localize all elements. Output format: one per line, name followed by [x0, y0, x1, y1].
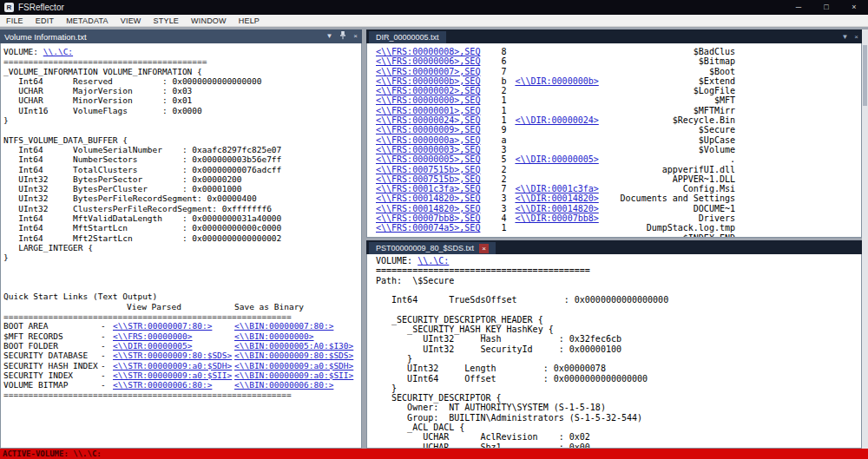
file-name: $UpCase	[699, 135, 735, 145]
menu-item[interactable]: EDIT	[30, 16, 60, 25]
frs-link[interactable]: <\\FRS:00007bb8>,SEQ	[376, 213, 480, 223]
sequence-number: 1	[480, 95, 506, 105]
dir-link[interactable]: <\\DIR:00000005>	[515, 154, 598, 164]
save-binary-link[interactable]: <\\BIN:00000009:80:$SDS>	[234, 351, 353, 360]
frs-link[interactable]: <\\FRS:00000008>,SEQ	[376, 47, 480, 56]
dir-link[interactable]: <\\DIR:00014820>	[515, 204, 598, 213]
view-parsed-link[interactable]: <\\STR:00000009:a0:$SII>	[113, 370, 232, 380]
dir-row: <\\FRS:00000009>,SEQ 9 $Secure	[376, 125, 735, 134]
sds-line: _SECURITY_DESCRIPTOR_HEADER {	[376, 315, 861, 325]
frs-link[interactable]: <\\FRS:0000000a>,SEQ	[376, 135, 480, 145]
menu-item[interactable]: HELP	[233, 16, 266, 25]
file-name: $Secure	[699, 125, 735, 134]
dash: -	[101, 331, 113, 341]
dash: -	[101, 380, 113, 390]
view-parsed-link[interactable]: <\\STR:00000007:80:>	[113, 321, 212, 331]
view-parsed-link[interactable]: <\\STR:00000006:80:>	[113, 380, 212, 390]
sequence-number: 3	[480, 204, 506, 213]
frs-link[interactable]: <\\FRS:0007515b>,SEQ	[376, 174, 480, 184]
file-name: $BadClus	[694, 47, 735, 56]
volume-link[interactable]: \\.\C:	[43, 47, 73, 56]
tabstrip-controls: ▼ ×	[841, 33, 862, 43]
frs-link[interactable]: <\\FRS:0007515b>,SEQ	[376, 165, 480, 174]
sds-line	[376, 285, 861, 295]
menu-bar: FILEEDITMETADATAVIEWSTYLEWINDOWHELP	[0, 15, 868, 27]
frs-link[interactable]: <\\FRS:0000000b>,SEQ	[376, 76, 480, 86]
menu-item[interactable]: WINDOW	[185, 16, 233, 25]
dir-row: <\\FRS:00000002>,SEQ 2 $LogFile	[376, 86, 735, 95]
close-icon[interactable]: ×	[840, 0, 868, 15]
info-line: Int64 MftValidDataLength : 0x0000000031a…	[3, 213, 361, 223]
minimize-icon[interactable]: ─	[785, 0, 812, 15]
frs-link[interactable]: <\\FRS:00000024>,SEQ	[376, 115, 480, 125]
tab-pst00000009-80-sds[interactable]: PST00000009_80_$SDS.txt ×	[369, 242, 496, 254]
tab-dir-00000005[interactable]: DIR_00000005.txt	[369, 31, 446, 43]
save-binary-link[interactable]: <\\BIN:00000005:A0:$I30>	[234, 341, 353, 351]
file-name: Drivers	[699, 213, 735, 223]
sds-line: Owner: NT AUTHORITY\SYSTEM (S-1-5-18)	[376, 403, 861, 412]
info-line	[3, 263, 361, 272]
dash: -	[101, 370, 113, 380]
dir-link[interactable]: <\\DIR:0000000b>	[515, 76, 598, 86]
menu-item[interactable]: METADATA	[60, 16, 115, 25]
tab-close-icon[interactable]: ×	[479, 244, 489, 253]
menu-item[interactable]: VIEW	[115, 16, 148, 25]
maximize-icon[interactable]: □	[812, 0, 840, 15]
dir-link[interactable]: <\\DIR:00014820>	[515, 193, 598, 203]
sds-line: _SECURITY_HASH_KEY HashKey {	[376, 325, 861, 334]
frs-link[interactable]: <\\FRS:00000000>,SEQ	[376, 95, 480, 105]
frs-link[interactable]: <\\FRS:0001c3fa>,SEQ	[376, 184, 480, 193]
dir-row: <\\FRS:0000000b>,SEQ b <\\DIR:0000000b> …	[376, 76, 735, 86]
file-name: $Extend	[699, 76, 735, 86]
file-name: $Bitmap	[699, 56, 735, 66]
sequence-number: 2	[480, 86, 506, 95]
close-icon[interactable]: ×	[353, 33, 358, 40]
view-parsed-link[interactable]: <\\STR:00000009:a0:$SDH>	[113, 361, 232, 370]
view-parsed-link[interactable]: <\\DIR:00000005>	[113, 341, 193, 351]
frs-link[interactable]: <\\FRS:00000003>,SEQ	[376, 145, 480, 154]
sequence-number: 2	[480, 165, 506, 174]
chevron-down-icon[interactable]: ▼	[326, 33, 332, 40]
frs-link[interactable]: <\\FRS:00000009>,SEQ	[376, 125, 480, 134]
sequence-number: 1	[480, 223, 506, 233]
dir-row: <\\FRS:000074a5>,SEQ 1 DumpStack.log.tmp	[376, 223, 735, 233]
menu-item[interactable]: STYLE	[148, 16, 186, 25]
dir-link[interactable]: <\\DIR:00007bb8>	[515, 213, 598, 223]
save-binary-link[interactable]: <\\BIN:00000000>	[234, 331, 314, 341]
dir-link[interactable]: <\\DIR:00000024>	[515, 115, 598, 125]
dir-row: <\\FRS:00000008>,SEQ 8 $BadClus	[376, 47, 735, 56]
sds-line: UCHAR Sbz1 : 0x00	[376, 443, 861, 449]
volume-information-content: VOLUME: \\.\C: =========================…	[0, 43, 362, 449]
save-binary-link[interactable]: <\\BIN:00000006:80:>	[234, 380, 333, 390]
frs-link[interactable]: <\\FRS:00014820>,SEQ	[376, 204, 480, 213]
chevron-down-icon[interactable]: ▼	[841, 33, 848, 41]
sequence-number: b	[480, 76, 506, 86]
frs-link[interactable]: <\\FRS:00000001>,SEQ	[376, 106, 480, 115]
pin-icon[interactable]	[339, 31, 346, 42]
dash: -	[101, 341, 113, 351]
info-line: }	[3, 252, 361, 262]
close-icon[interactable]: ×	[854, 33, 858, 41]
frs-link[interactable]: <\\FRS:00000007>,SEQ	[376, 67, 480, 76]
save-binary-link[interactable]: <\\BIN:00000009:a0:$SII>	[234, 370, 353, 380]
frs-link[interactable]: <\\FRS:00014820>,SEQ	[376, 193, 480, 203]
quick-link-label: BOOT FOLDER	[3, 341, 101, 351]
volume-information-pane-header[interactable]: Volume Information.txt ▼ ×	[0, 30, 362, 43]
dir-link[interactable]: <\\DIR:0001c3fa>	[515, 184, 598, 193]
view-parsed-link[interactable]: <\\FRS:00000000>	[113, 331, 193, 341]
vertical-scrollbar[interactable]	[862, 30, 868, 449]
save-binary-link[interactable]: <\\BIN:00000007:80:>	[234, 321, 333, 331]
volume-link[interactable]: \\.\C:	[418, 256, 449, 266]
dir-row: <\\FRS:0007515b>,SEQ 2 APPVER~1.DLL	[376, 174, 735, 184]
separator-line: ========================================…	[3, 390, 361, 399]
frs-link[interactable]: <\\FRS:00000002>,SEQ	[376, 86, 480, 95]
view-parsed-link[interactable]: <\\STR:00000009:80:$SDS>	[113, 351, 232, 360]
frs-link[interactable]: <\\FRS:00000006>,SEQ	[376, 56, 480, 66]
menu-item[interactable]: FILE	[0, 16, 30, 25]
sequence-number: 6	[480, 56, 506, 66]
frs-link[interactable]: <\\FRS:00000005>,SEQ	[376, 154, 480, 164]
frs-link[interactable]: <\\FRS:000074a5>,SEQ	[376, 223, 480, 233]
info-line: _VOLUME_INFORMATION VOLUME_INFORMATION {	[3, 67, 361, 76]
save-binary-link[interactable]: <\\BIN:00000009:a0:$SDH>	[234, 361, 353, 370]
scrollbar-thumb[interactable]	[863, 45, 867, 106]
